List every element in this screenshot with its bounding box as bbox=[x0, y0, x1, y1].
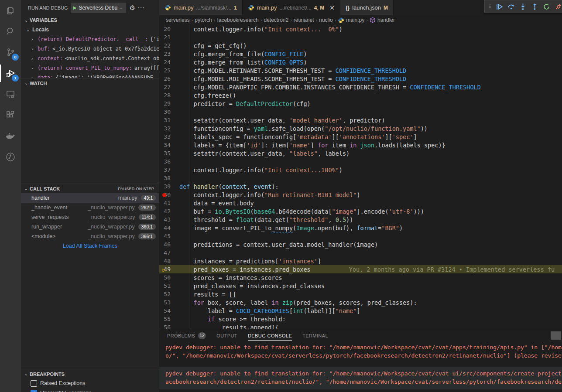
code-editor[interactable]: 20 context.logger.info("Init context... … bbox=[159, 25, 562, 329]
scope-locals[interactable]: ⌄ Locals bbox=[21, 25, 159, 34]
code-line-text[interactable]: cfg.MODEL.PANOPTIC_FPN.COMBINE.INSTANCES… bbox=[179, 84, 481, 91]
breadcrumb-item-serverless[interactable]: serverless bbox=[166, 17, 190, 23]
code-line-36[interactable]: 36 bbox=[159, 157, 562, 166]
code-line-text[interactable]: results = [] bbox=[179, 291, 236, 298]
step-out-button[interactable] bbox=[531, 3, 538, 10]
variable-row[interactable]: ›context:<nuclio_sdk.context.Context obj… bbox=[21, 54, 159, 63]
code-line-54[interactable]: 54 label = COCO_CATEGORIES[int(label)]["… bbox=[159, 307, 562, 315]
code-line-53[interactable]: 53 for box, score, label in zip(pred_box… bbox=[159, 298, 562, 307]
code-line-text[interactable]: def handler(context, event): bbox=[179, 183, 279, 190]
stack-frame-row[interactable]: _handle_event_nuclio_wrapper.py262:1 bbox=[21, 203, 159, 212]
stack-frame-row[interactable]: run_wrapper_nuclio_wrapper.py360:1 bbox=[21, 222, 159, 232]
code-line-44[interactable]: 44 image = convert_PIL_to_numpy(Image.op… bbox=[159, 224, 562, 232]
code-line-27[interactable]: 27 cfg.MODEL.PANOPTIC_FPN.COMBINE.INSTAN… bbox=[159, 83, 562, 91]
close-tab-icon[interactable]: ✕ bbox=[329, 4, 335, 11]
code-line-43[interactable]: 43 threshold = float(data.get("threshold… bbox=[159, 215, 562, 224]
code-line-text[interactable]: results.append({ bbox=[179, 324, 279, 330]
panel-tab-debug-console[interactable]: DEBUG CONSOLE bbox=[248, 329, 292, 342]
variables-section-header[interactable]: ⌄ VARIABLES bbox=[21, 15, 159, 25]
breadcrumb-item-handler[interactable]: handler bbox=[370, 17, 395, 23]
code-line-41[interactable]: 41 data = event.body bbox=[159, 199, 562, 207]
breadcrumb-item-detectron2[interactable]: detectron2 bbox=[264, 17, 288, 23]
stack-frame-row[interactable]: <module>_nuclio_wrapper.py366:1 bbox=[21, 232, 159, 241]
breakpoints-section-header[interactable]: ⌄ BREAKPOINTS bbox=[21, 369, 159, 378]
code-line-38[interactable]: 38 bbox=[159, 174, 562, 182]
continue-button[interactable] bbox=[495, 3, 503, 10]
activity-item-extensions[interactable] bbox=[0, 105, 21, 126]
code-line-text[interactable]: predictor = DefaultPredictor(cfg) bbox=[179, 100, 311, 107]
more-actions-icon[interactable]: ··· bbox=[138, 4, 145, 11]
gear-icon[interactable]: ⚙ bbox=[130, 4, 135, 12]
code-line-text[interactable]: pred_classes = instances.pred_classes bbox=[179, 283, 325, 290]
activity-item-gitlens[interactable] bbox=[0, 147, 21, 167]
code-line-32[interactable]: 32 functionconfig = yaml.safe_load(open(… bbox=[159, 124, 562, 133]
code-line-text[interactable]: image = convert_PIL_to_numpy(Image.open(… bbox=[179, 225, 403, 232]
code-line-30[interactable]: 30 bbox=[159, 108, 562, 116]
call-stack-section-header[interactable]: ⌄ CALL STACK PAUSED ON STEP bbox=[21, 184, 159, 193]
breakpoint-dot[interactable] bbox=[161, 191, 168, 198]
code-line-21[interactable]: 21 bbox=[159, 33, 562, 41]
code-line-text[interactable]: if score >= threshold: bbox=[179, 316, 286, 323]
code-line-text[interactable]: buf = io.BytesIO(base64.b64decode(data["… bbox=[179, 208, 424, 215]
code-line-55[interactable]: 55 if score >= threshold: bbox=[159, 315, 562, 323]
load-all-stack-frames-link[interactable]: Load All Stack Frames bbox=[21, 241, 159, 251]
code-line-text[interactable]: cfg.MODEL.ROI_HEADS.SCORE_THRESH_TEST = … bbox=[179, 75, 406, 82]
code-line-39[interactable]: 39def handler(context, event): bbox=[159, 182, 562, 191]
code-line-42[interactable]: 42 buf = io.BytesIO(base64.b64decode(dat… bbox=[159, 207, 562, 215]
start-debug-icon[interactable]: ▶ bbox=[73, 5, 77, 10]
code-line-31[interactable]: 31 setattr(context.user_data, 'model_han… bbox=[159, 116, 562, 124]
code-line-26[interactable]: 26 cfg.MODEL.ROI_HEADS.SCORE_THRESH_TEST… bbox=[159, 75, 562, 83]
code-line-34[interactable]: 34 labels = {item['id']: item['name'] fo… bbox=[159, 141, 562, 149]
code-line-20[interactable]: 20 context.logger.info("Init context... … bbox=[159, 25, 562, 33]
variable-row[interactable]: ›(return) DefaultPredictor.__call__:{'in… bbox=[21, 34, 159, 44]
activity-item-search[interactable] bbox=[0, 21, 21, 42]
code-line-50[interactable]: 50 scores = instances.scores bbox=[159, 273, 562, 282]
editor-tab-launch.json[interactable]: {}launch.jsonM bbox=[340, 0, 394, 15]
code-line-56[interactable]: 56 results.append({ bbox=[159, 323, 562, 329]
code-line-49[interactable]: ▷49 pred_boxes = instances.pred_boxesYou… bbox=[159, 265, 562, 273]
activity-item-run-and-debug[interactable]: 1 bbox=[0, 63, 21, 84]
code-line-45[interactable]: 45 bbox=[159, 232, 562, 240]
code-line-37[interactable]: 37 context.logger.info("Init context...1… bbox=[159, 166, 562, 174]
debug-config-dropdown[interactable]: ▶ Serverless Debu ⌄ bbox=[71, 3, 126, 13]
code-line-text[interactable]: scores = instances.scores bbox=[179, 274, 282, 281]
code-line-text[interactable]: pred_boxes = instances.pred_boxes bbox=[179, 266, 311, 273]
disconnect-button[interactable] bbox=[554, 3, 562, 10]
breadcrumb-item-pytorch[interactable]: pytorch bbox=[195, 17, 212, 23]
panel-tab-problems[interactable]: PROBLEMS12 bbox=[167, 329, 206, 342]
code-line-text[interactable]: instances = predictions['instances'] bbox=[179, 258, 321, 265]
restart-button[interactable] bbox=[542, 3, 550, 10]
code-line-text[interactable]: data = event.body bbox=[179, 200, 254, 207]
code-line-text[interactable]: labels_spec = functionconfig['metadata']… bbox=[179, 133, 417, 140]
code-line-text[interactable]: setattr(context.user_data, 'model_handle… bbox=[179, 117, 385, 124]
breadcrumb-item-facebookresearch[interactable]: facebookresearch bbox=[217, 17, 258, 23]
code-line-text[interactable]: context.logger.info("Init context... 0%"… bbox=[179, 26, 343, 33]
code-line-47[interactable]: 47 bbox=[159, 249, 562, 257]
code-line-text[interactable]: threshold = float(data.get("threshold", … bbox=[179, 216, 353, 223]
code-line-33[interactable]: 33 labels_spec = functionconfig['metadat… bbox=[159, 133, 562, 141]
code-line-46[interactable]: 46 predictions = context.user_data.model… bbox=[159, 240, 562, 249]
code-line-52[interactable]: 52 results = [] bbox=[159, 290, 562, 298]
editor-tab-main.py[interactable]: main.py.../siammask/...1 bbox=[159, 0, 243, 15]
code-line-text[interactable]: label = COCO_CATEGORIES[int(label)]["nam… bbox=[179, 307, 360, 314]
activity-item-source-control[interactable]: 8 bbox=[0, 42, 21, 63]
activity-item-files[interactable] bbox=[0, 0, 21, 21]
code-line-text[interactable]: setattr(context.user_data, "labels", lab… bbox=[179, 150, 350, 157]
watch-section-header[interactable]: ⌄ WATCH bbox=[21, 78, 159, 88]
breakpoint-checkbox[interactable] bbox=[31, 380, 37, 387]
code-line-40[interactable]: 40 context.logger.info("Run retinanet-R1… bbox=[159, 191, 562, 199]
code-line-25[interactable]: 25 cfg.MODEL.RETINANET.SCORE_THRESH_TEST… bbox=[159, 66, 562, 75]
code-line-text[interactable]: functionconfig = yaml.safe_load(open("/o… bbox=[179, 125, 428, 132]
current-line-arrow-icon[interactable]: ▷ bbox=[161, 266, 168, 273]
panel-tab-output[interactable]: OUTPUT bbox=[216, 329, 237, 342]
activity-item-docker[interactable] bbox=[0, 126, 21, 147]
code-line-text[interactable]: cfg.freeze() bbox=[179, 92, 236, 99]
step-over-button[interactable] bbox=[507, 3, 515, 10]
code-line-48[interactable]: 48 instances = predictions['instances'] bbox=[159, 257, 562, 265]
code-line-text[interactable]: cfg = get_cfg() bbox=[179, 42, 247, 49]
toolbar-drag-handle[interactable]: ⠿ bbox=[488, 4, 491, 10]
breakpoint-checkbox[interactable]: ✓ bbox=[31, 390, 37, 392]
code-line-text[interactable]: cfg.MODEL.RETINANET.SCORE_THRESH_TEST = … bbox=[179, 67, 406, 74]
code-line-text[interactable]: context.logger.info("Init context...100%… bbox=[179, 167, 343, 174]
variable-row[interactable]: ›data:{'image': 'iVBORw0KGgoAAAANSUhE… bbox=[21, 73, 159, 78]
